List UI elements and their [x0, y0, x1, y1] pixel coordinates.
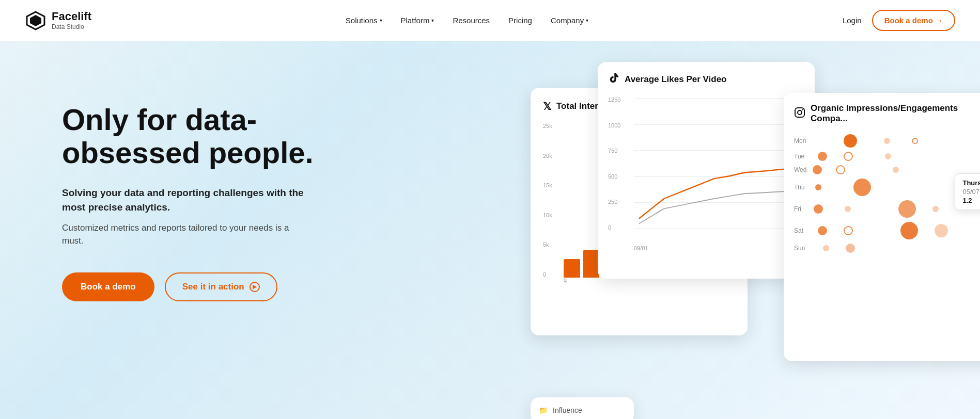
dot-row-mon: Mon — [794, 134, 980, 148]
dot — [898, 200, 916, 218]
tooltip-day: Thursday — [962, 179, 980, 187]
login-link[interactable]: Login — [843, 16, 862, 25]
dot-chart: Mon Tue — [794, 134, 980, 253]
chevron-down-icon: ▾ — [380, 18, 382, 23]
dot-row-sun: Sun — [794, 244, 980, 253]
dot — [884, 138, 890, 144]
tiktok-card-header: Average Likes Per Video — [608, 72, 804, 86]
tiktok-card: Average Likes Per Video 1250 1000 750 50… — [598, 62, 815, 279]
tiktok-icon — [608, 72, 619, 86]
dot — [846, 244, 855, 253]
y-axis: 25k 20k 15k 10k 5k 0 — [543, 123, 552, 278]
dot — [885, 153, 891, 159]
dot — [814, 204, 823, 214]
dot — [935, 224, 948, 237]
x-axis-label: q — [564, 277, 567, 283]
dot — [818, 226, 827, 235]
x-icon: 𝕏 — [543, 100, 551, 112]
dot — [912, 138, 918, 144]
hero-content: Only for data-obsessed people. Solving y… — [0, 72, 362, 332]
dot — [844, 134, 857, 148]
logo-icon — [25, 10, 46, 31]
nav-platform-link[interactable]: Platform ▾ — [401, 16, 434, 25]
play-icon: ▶ — [250, 282, 260, 292]
tiktok-card-title: Average Likes Per Video — [625, 74, 727, 85]
hero-see-action-button[interactable]: See it in action ▶ — [165, 272, 277, 301]
brand-name: Facelift — [52, 10, 91, 23]
dot — [932, 206, 939, 212]
instagram-card-title: Organic Impressions/Engagements Compa... — [811, 103, 980, 124]
tiktok-line-chart: 1250 1000 750 500 250 0 — [608, 96, 804, 251]
influence-card: 📁 Influence — [531, 397, 634, 419]
dot-row-tue: Tue — [794, 152, 980, 161]
nav-platform[interactable]: Platform ▾ — [401, 16, 434, 25]
dot — [818, 152, 827, 161]
nav-company-link[interactable]: Company ▾ — [551, 16, 588, 25]
dot-row-sat: Sat — [794, 222, 980, 239]
tiktok-svg — [608, 72, 619, 84]
nav-right: Login Book a demo → — [843, 10, 955, 31]
dot — [844, 226, 853, 235]
dot — [845, 206, 851, 212]
svg-point-10 — [802, 109, 803, 110]
influence-label: Influence — [553, 406, 582, 414]
tiktok-x-label: 09/01 — [634, 245, 648, 251]
dot — [836, 165, 845, 174]
dot — [815, 184, 821, 190]
line-svg — [634, 96, 804, 231]
hero-book-demo-button[interactable]: Book a demo — [62, 272, 154, 301]
dot — [893, 167, 899, 173]
nav-pricing-link[interactable]: Pricing — [508, 16, 532, 25]
dot — [813, 165, 822, 174]
nav-solutions[interactable]: Solutions ▾ — [346, 16, 382, 25]
hero-buttons: Book a demo See it in action ▶ — [62, 272, 362, 301]
instagram-card: Organic Impressions/Engagements Compa...… — [784, 93, 980, 361]
instagram-card-header: Organic Impressions/Engagements Compa... — [794, 103, 980, 124]
tooltip-value: 1.2 — [962, 197, 980, 204]
line-chart-svg-container — [634, 96, 804, 231]
hero-subtitle: Solving your data and reporting challeng… — [62, 186, 320, 215]
dot-highlight — [853, 179, 871, 196]
nav-pricing[interactable]: Pricing — [508, 16, 532, 25]
svg-point-9 — [798, 110, 802, 115]
dot — [823, 245, 829, 251]
hero-title: Only for data-obsessed people. — [62, 103, 362, 169]
tiktok-y-axis: 1250 1000 750 500 250 0 — [608, 96, 620, 231]
dot-row-fri: Fri — [794, 200, 980, 218]
hero-desc: Customized metrics and reports tailored … — [62, 221, 300, 248]
nav-solutions-link[interactable]: Solutions ▾ — [346, 16, 382, 25]
chevron-down-icon: ▾ — [586, 18, 588, 23]
logo[interactable]: Facelift Data Studio — [25, 10, 91, 31]
brand-sub: Data Studio — [52, 23, 91, 30]
hero-section: Only for data-obsessed people. Solving y… — [0, 41, 980, 419]
chevron-down-icon: ▾ — [431, 18, 434, 23]
book-demo-button[interactable]: Book a demo → — [872, 10, 955, 31]
folder-icon: 📁 — [539, 406, 548, 414]
bar-2 — [583, 250, 600, 278]
tooltip-date: 05/07 — [962, 188, 980, 196]
nav-resources[interactable]: Resources — [453, 16, 490, 25]
dot — [900, 222, 918, 239]
dot-row-wed: Wed — [794, 165, 980, 174]
tooltip: Thursday 05/07 1.2 — [955, 173, 980, 210]
dot-row-thu: Thu Thursday 05/07 1.2 — [794, 179, 980, 196]
nav-company[interactable]: Company ▾ — [551, 16, 588, 25]
instagram-icon — [794, 107, 805, 120]
navbar: Facelift Data Studio Solutions ▾ Platfor… — [0, 0, 980, 41]
bar-1 — [564, 259, 580, 278]
nav-resources-link[interactable]: Resources — [453, 16, 490, 25]
nav-links: Solutions ▾ Platform ▾ Resources Pricing… — [346, 16, 588, 25]
svg-marker-1 — [30, 15, 41, 26]
dot — [844, 152, 853, 161]
hero-dashboard: 𝕏 Total Interactions 25k 20k 15k 10k 5k … — [531, 62, 980, 419]
